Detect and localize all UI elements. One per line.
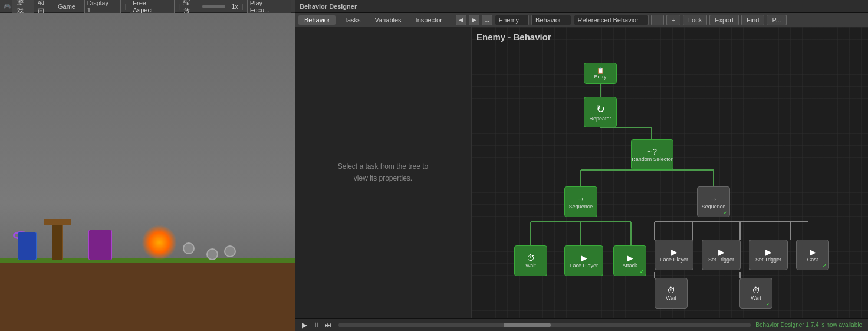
- face-player-right-label: Face Player: [660, 257, 688, 263]
- canvas-title: Enemy - Behavior: [476, 32, 551, 42]
- inspector-hint: Select a task from the tree to view its …: [338, 161, 428, 183]
- aspect-dropdown[interactable]: Free Aspect: [130, 0, 175, 15]
- nav-back-btn[interactable]: ◀: [456, 15, 466, 25]
- bd-titlebar: Behavior Designer: [295, 0, 868, 13]
- node-cast[interactable]: ▶ Cast ✓: [796, 240, 829, 270]
- seq-left-icon: →: [577, 194, 585, 204]
- attack-label: Attack: [622, 263, 637, 268]
- bd-toolbar: Behavior Tasks Variables Inspector ◀ ▶ .…: [295, 13, 868, 27]
- entry-icon: 📋: [597, 67, 604, 74]
- fire-effect: [142, 225, 177, 260]
- entry-label: Entry: [594, 74, 606, 80]
- node-sequence-left[interactable]: → Sequence: [564, 186, 597, 217]
- step-btn[interactable]: ⏭: [322, 320, 334, 330]
- node-face-player-left[interactable]: ▶ Face Player: [564, 245, 603, 276]
- face-player-left-icon: ▶: [581, 253, 587, 263]
- status-text: Behavior Designer 1.7.4 is now available: [755, 322, 864, 328]
- scrollbar-thumb[interactable]: [504, 323, 551, 327]
- node-wait-2[interactable]: ⏱ Wait: [655, 278, 688, 309]
- bd-title: Behavior Designer: [300, 3, 357, 10]
- game-tab-icon: 🎮: [4, 3, 11, 9]
- attack-icon: ▶: [627, 253, 633, 263]
- spiky-ball-1: [183, 242, 195, 254]
- entity-dropdown[interactable]: Enemy: [495, 15, 529, 25]
- ground-top: [0, 258, 295, 263]
- wait-2-label: Wait: [666, 295, 676, 301]
- repeater-label: Repeater: [589, 116, 611, 122]
- game-panel: 🎮 游戏 动画 Game | Display 1 | Free Aspect |…: [0, 0, 295, 331]
- find-btn[interactable]: Find: [741, 15, 764, 25]
- pause-btn[interactable]: ⏸: [310, 320, 322, 330]
- toolbar-separator4: |: [242, 3, 244, 10]
- check-attack: ✓: [640, 269, 644, 274]
- tree-trunk: [52, 225, 63, 260]
- seq-right-icon: →: [709, 194, 718, 204]
- random-label: Random Selector: [632, 156, 673, 162]
- node-face-player-right[interactable]: ▶ Face Player: [655, 240, 693, 270]
- ground: [0, 260, 295, 331]
- toolbar-separator1: |: [79, 3, 81, 10]
- behavior-dropdown[interactable]: Behavior: [531, 15, 571, 25]
- bd-main: Select a task from the tree to view its …: [295, 27, 868, 318]
- p-btn[interactable]: P...: [767, 15, 786, 25]
- set-trigger-left-icon: ▶: [718, 247, 725, 257]
- play-btn[interactable]: ▶: [298, 320, 310, 330]
- export-btn[interactable]: Export: [709, 15, 739, 25]
- enemy-character: [88, 230, 112, 260]
- game-label: Game: [58, 3, 75, 10]
- check-cast: ✓: [823, 263, 827, 268]
- bd-panel: Behavior Designer Behavior Tasks Variabl…: [295, 0, 868, 331]
- toolbar-separator: [452, 15, 452, 25]
- minus-btn[interactable]: -: [651, 15, 664, 25]
- wait-left-icon: ⏱: [527, 253, 535, 263]
- lock-btn[interactable]: Lock: [683, 15, 707, 25]
- node-sequence-right[interactable]: → Sequence ✓: [697, 186, 730, 217]
- tab-variables[interactable]: Variables: [369, 15, 407, 25]
- wait-3-icon: ⏱: [752, 286, 760, 295]
- set-trigger-right-icon: ▶: [765, 247, 772, 257]
- seq-left-label: Sequence: [569, 204, 593, 209]
- wait-3-label: Wait: [751, 295, 761, 301]
- node-entry[interactable]: 📋 Entry: [584, 63, 617, 84]
- ellipsis-btn[interactable]: ...: [482, 15, 492, 25]
- game-toolbar: 🎮 游戏 动画 Game | Display 1 | Free Aspect |…: [0, 0, 295, 13]
- plus-btn[interactable]: +: [666, 15, 680, 25]
- game-viewport: [0, 13, 295, 331]
- seq-right-label: Sequence: [702, 204, 726, 209]
- canvas-area[interactable]: Enemy - Behavior: [472, 27, 868, 318]
- node-attack[interactable]: ▶ Attack ✓: [613, 245, 646, 276]
- tab-inspector[interactable]: Inspector: [410, 15, 448, 25]
- node-set-trigger-left[interactable]: ▶ Set Trigger: [702, 240, 741, 270]
- play-focus-btn[interactable]: Play Focu...: [247, 0, 291, 15]
- zoom-slider[interactable]: [202, 5, 225, 8]
- node-set-trigger-right[interactable]: ▶ Set Trigger: [749, 240, 788, 270]
- random-icon: ~?: [647, 147, 657, 156]
- bd-bottombar: ▶ ⏸ ⏭ Behavior Designer 1.7.4 is now ava…: [295, 318, 868, 331]
- spiky-ball-2: [206, 248, 218, 260]
- set-trigger-left-label: Set Trigger: [708, 257, 734, 263]
- node-wait-left[interactable]: ⏱ Wait: [514, 245, 547, 276]
- node-repeater[interactable]: ↻ Repeater: [584, 97, 617, 127]
- display-dropdown[interactable]: Display 1: [84, 0, 121, 15]
- face-player-left-label: Face Player: [570, 263, 598, 268]
- toolbar-separator3: |: [178, 3, 180, 10]
- wait-2-icon: ⏱: [667, 286, 675, 295]
- wait-left-label: Wait: [525, 263, 536, 268]
- face-player-right-icon: ▶: [671, 247, 678, 257]
- referenced-dropdown[interactable]: Referenced Behavior: [574, 15, 649, 25]
- repeater-icon: ↻: [596, 103, 605, 116]
- cast-icon: ▶: [810, 247, 816, 257]
- cast-label: Cast: [807, 257, 818, 263]
- tab-behavior[interactable]: Behavior: [298, 15, 336, 25]
- node-wait-3[interactable]: ⏱ Wait ✓: [739, 278, 772, 309]
- nav-forward-btn[interactable]: ▶: [469, 15, 479, 25]
- node-random-selector[interactable]: ~? Random Selector: [631, 139, 673, 170]
- inspector-panel: Select a task from the tree to view its …: [295, 27, 472, 318]
- wood-platform: [44, 219, 71, 225]
- check-seq-right: ✓: [724, 210, 728, 215]
- zoom-value: 1x: [231, 3, 238, 10]
- scrollbar-track[interactable]: [338, 323, 751, 327]
- set-trigger-right-label: Set Trigger: [755, 257, 781, 263]
- spiky-ball-3: [224, 245, 236, 257]
- tab-tasks[interactable]: Tasks: [338, 15, 366, 25]
